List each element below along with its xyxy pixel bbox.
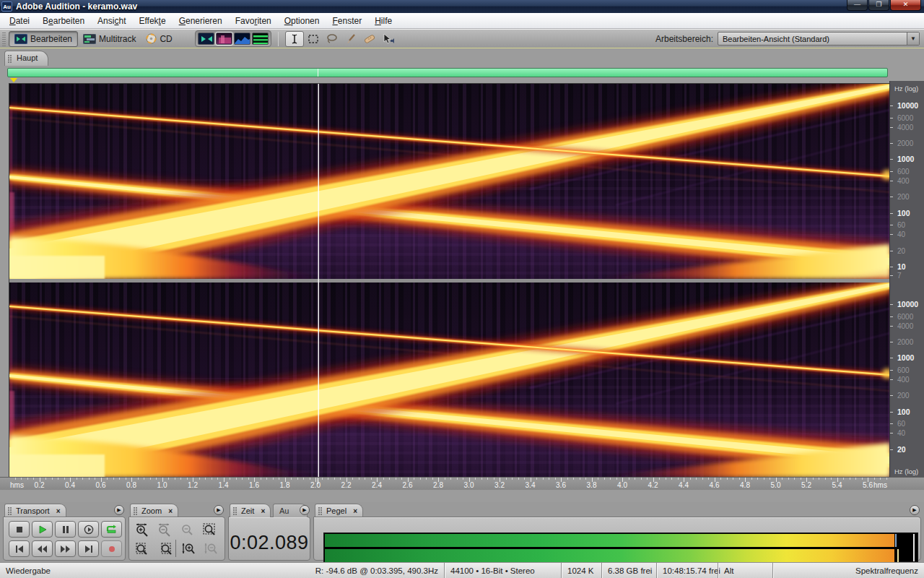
menu-item-ansicht[interactable]: Ansicht: [91, 14, 132, 28]
panel-menu-icon[interactable]: ▶: [910, 505, 920, 515]
pegel-tab[interactable]: Pegel ×: [315, 504, 363, 517]
close-icon[interactable]: ×: [261, 507, 265, 515]
waveform-view-thumb[interactable]: [198, 33, 214, 45]
ruler-time-label: 0.8: [126, 481, 136, 489]
zoom-selection-right-button[interactable]: [155, 541, 174, 557]
zoom-in-vertical-button[interactable]: [179, 541, 198, 557]
ruler-tick: [334, 478, 335, 480]
pause-button[interactable]: [55, 521, 76, 538]
brush-tool-button[interactable]: [341, 31, 360, 47]
zoom-out-full-button[interactable]: [178, 522, 196, 538]
ruler-tick: [242, 478, 243, 480]
play-button[interactable]: [32, 521, 53, 538]
spectral-display[interactable]: [9, 83, 889, 477]
minimize-button[interactable]: —: [847, 0, 868, 11]
pegel-tab-label: Pegel: [326, 506, 346, 515]
transport-tab[interactable]: Transport ×: [4, 504, 66, 517]
multitrack-button[interactable]: Multitrack: [78, 31, 141, 47]
fast-forward-button[interactable]: [55, 540, 76, 557]
phase-view-thumb[interactable]: [252, 33, 269, 45]
menu-item-generieren[interactable]: Generieren: [173, 14, 229, 28]
time-ruler[interactable]: 0.20.40.60.81.01.21.41.61.82.02.22.42.62…: [0, 477, 924, 490]
play-looped-button[interactable]: [101, 521, 122, 538]
restore-button[interactable]: ❐: [868, 0, 889, 11]
peak-indicator-left: [895, 534, 897, 547]
panel-menu-icon[interactable]: ▶: [214, 505, 224, 515]
zoom-selection-left-button[interactable]: [133, 541, 152, 557]
ruler-time-label: 4.8: [740, 481, 750, 489]
freq-label-1000: 1000: [897, 155, 914, 163]
frequency-axis[interactable]: 1000060004000200010006004002001006040201…: [889, 81, 924, 477]
workspace-dropdown[interactable]: Bearbeiten-Ansicht (Standard) ▼: [718, 32, 920, 46]
ruler-time-label: 1.4: [219, 481, 229, 489]
ruler-tick: [635, 478, 635, 480]
chevron-down-icon[interactable]: ▼: [907, 33, 919, 45]
zeit-body: 0:02.089: [228, 517, 310, 561]
rewind-button[interactable]: [32, 540, 53, 557]
scrub-tool-button[interactable]: [379, 31, 398, 47]
freq-label-6000: 6000: [897, 312, 913, 320]
panel-menu-icon[interactable]: ▶: [300, 505, 310, 515]
ruler-tick: [107, 478, 108, 480]
healing-tool-button[interactable]: [360, 31, 379, 47]
ruler-tick: [389, 478, 390, 480]
boundary-handle-top[interactable]: [10, 78, 17, 82]
go-to-start-button[interactable]: [9, 540, 30, 557]
cd-button[interactable]: CD: [141, 31, 177, 47]
ruler-tick: [801, 478, 801, 480]
tab-haupt[interactable]: Haupt: [4, 51, 48, 66]
freq-label-4000: 4000: [897, 123, 913, 131]
freq-tick: [890, 379, 893, 380]
marquee-tool-button[interactable]: [304, 31, 323, 47]
status-segment-0: Wiedergabe: [0, 563, 263, 578]
freq-tick: [890, 395, 893, 396]
menu-item-datei[interactable]: Datei: [3, 14, 36, 28]
zoom-tab[interactable]: Zoom ×: [130, 504, 178, 517]
spectral-view-thumb[interactable]: [216, 33, 232, 45]
ruler-tick: [432, 478, 433, 480]
ruler-time-label: 5.6: [863, 481, 873, 489]
level-meter[interactable]: [323, 532, 918, 562]
go-to-end-button[interactable]: [78, 540, 99, 557]
playhead-line[interactable]: [318, 84, 320, 478]
record-button[interactable]: [101, 540, 122, 557]
panel-menu-icon[interactable]: ▶: [114, 505, 124, 515]
freq-label-60: 60: [897, 221, 905, 229]
ruler-time-label: 5.2: [801, 481, 811, 489]
ruler-tick: [494, 478, 494, 480]
range-overview-bar[interactable]: [7, 68, 888, 77]
menu-item-effekte[interactable]: Effekte: [132, 14, 172, 28]
ruler-tick: [696, 478, 697, 480]
stop-button[interactable]: [9, 521, 30, 538]
menu-item-hilfe[interactable]: Hilfe: [368, 14, 398, 28]
pegel-body[interactable]: -69-66-63-60-57-54-51-48-45-42-39-36-33-…: [313, 517, 921, 561]
close-icon[interactable]: ×: [56, 507, 61, 515]
ruler-tick: [199, 478, 200, 480]
channel-divider[interactable]: [9, 279, 890, 282]
menu-item-fenster[interactable]: Fenster: [326, 14, 368, 28]
cd-icon: [146, 33, 157, 44]
toolbar-grip[interactable]: [2, 32, 6, 46]
close-icon[interactable]: ×: [168, 507, 173, 515]
menu-item-favoriten[interactable]: Favoriten: [229, 14, 278, 28]
ruler-tick: [273, 478, 274, 480]
close-icon[interactable]: ×: [353, 507, 357, 515]
menu-item-optionen[interactable]: Optionen: [278, 14, 326, 28]
pan-spectral-view-thumb[interactable]: [234, 33, 250, 45]
title-bar[interactable]: Au Adobe Audition - keramo.wav — ❐ ✕: [0, 0, 924, 13]
zoom-in-horizontal-button[interactable]: [133, 522, 152, 538]
zoom-to-selection-button[interactable]: [200, 522, 219, 538]
edit-view-button[interactable]: Bearbeiten: [9, 31, 78, 47]
ruler-tick: [168, 478, 169, 480]
ruler-tick: [610, 478, 611, 480]
ruler-time-label: 3.0: [464, 481, 474, 489]
zeit-tab[interactable]: Zeit ×: [230, 504, 271, 517]
zoom-out-vertical-button[interactable]: [201, 541, 220, 557]
close-button[interactable]: ✕: [890, 0, 921, 11]
freq-label-200: 200: [897, 392, 910, 400]
zoom-out-horizontal-button[interactable]: [155, 522, 174, 538]
play-from-cursor-button[interactable]: [78, 521, 99, 538]
lasso-tool-button[interactable]: [323, 31, 341, 47]
timeselect-tool-button[interactable]: [285, 31, 304, 47]
menu-item-bearbeiten[interactable]: Bearbeiten: [36, 14, 91, 28]
